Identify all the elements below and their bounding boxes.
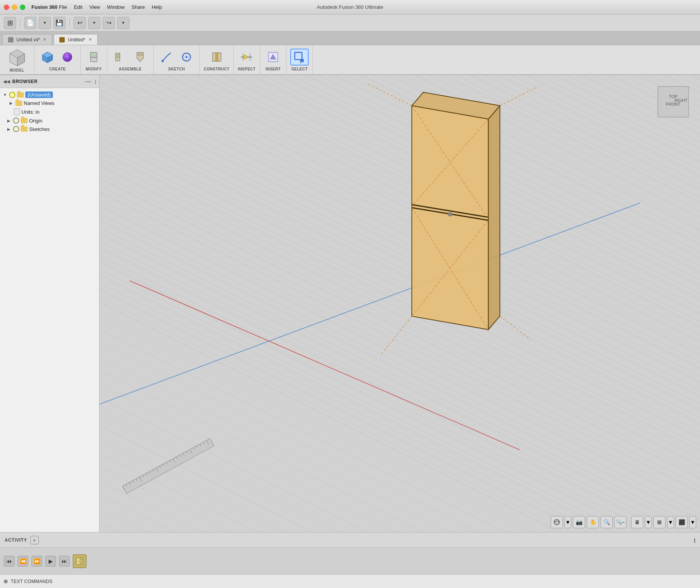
sketch-label: SKETCH bbox=[168, 67, 185, 71]
tree-expander-sketches[interactable]: ▶ bbox=[6, 126, 11, 132]
tab-label: Untitled v4* bbox=[16, 37, 40, 42]
tree-item-sketches[interactable]: ▶ Sketches bbox=[0, 125, 99, 133]
timeline-end-button[interactable]: ⏭ bbox=[59, 556, 70, 567]
grid-view-button[interactable]: ⊞ bbox=[4, 17, 16, 29]
browser-panel: ◀◀ BROWSER — | ▼ (Unsaved) ▶ Named Views bbox=[0, 75, 100, 532]
assemble-label: ASSEMBLE bbox=[119, 67, 142, 71]
tree-expander-unsaved[interactable]: ▼ bbox=[2, 92, 8, 98]
tab-label2: Untitled* bbox=[68, 37, 85, 42]
display-dropdown[interactable]: ▼ bbox=[645, 516, 652, 528]
assemble-button2[interactable] bbox=[131, 49, 149, 65]
modify-label: MODIFY bbox=[86, 67, 102, 71]
visibility-icon-origin[interactable] bbox=[13, 118, 19, 124]
menu-share[interactable]: Share bbox=[131, 4, 145, 10]
quick-access-toolbar: ⊞ 📄 ▼ 💾 ↩ ▼ ↪ ▼ bbox=[0, 15, 700, 31]
new-file-button[interactable]: 📄 bbox=[24, 17, 36, 29]
svg-rect-11 bbox=[91, 52, 97, 57]
tree-item-named-views[interactable]: ▶ Named Views bbox=[0, 99, 99, 107]
viewport-controls: ▼ 📷 ✋ 🔍 🔍– 🖥 ▼ ⊞ ▼ ⬛ ▼ bbox=[551, 516, 696, 528]
timeline-start-button[interactable]: ⏮ bbox=[4, 556, 15, 567]
model-button[interactable] bbox=[8, 47, 27, 67]
tab-doc-icon2 bbox=[59, 37, 65, 42]
svg-rect-25 bbox=[244, 55, 247, 59]
zoom-in-button[interactable]: 🔍 bbox=[600, 516, 613, 528]
svg-rect-32 bbox=[77, 559, 79, 561]
tree-expander-origin[interactable]: ▶ bbox=[6, 118, 11, 123]
undo-button[interactable]: ↩ bbox=[74, 17, 86, 29]
save-icon: 💾 bbox=[56, 19, 63, 26]
view-dropdown[interactable]: ▼ bbox=[689, 516, 696, 528]
menu-help[interactable]: Help bbox=[152, 4, 162, 10]
tree-label-origin: Origin bbox=[29, 118, 43, 124]
inspect-button[interactable] bbox=[237, 49, 256, 65]
redo-button[interactable]: ↪ bbox=[103, 17, 115, 29]
orbit-dropdown[interactable]: ▼ bbox=[564, 516, 571, 528]
timeline-history-item[interactable] bbox=[73, 554, 87, 568]
model-label: MODEL bbox=[10, 68, 25, 72]
tab-untitled[interactable]: Untitled* ✕ bbox=[54, 34, 97, 45]
assemble-button1[interactable] bbox=[111, 49, 129, 65]
camera-button[interactable]: 📷 bbox=[573, 516, 585, 528]
view-cube-button[interactable]: ⬛ bbox=[675, 516, 688, 528]
create-box-button[interactable] bbox=[38, 49, 57, 65]
dropdown-icon2: ▼ bbox=[121, 21, 125, 25]
tree-item-unsaved[interactable]: ▼ (Unsaved) bbox=[0, 90, 99, 99]
menu-edit[interactable]: Edit bbox=[74, 4, 82, 10]
activity-label: ACTIVITY bbox=[5, 537, 27, 543]
tree-item-units[interactable]: Units: in bbox=[0, 107, 99, 116]
tab-close-button[interactable]: ✕ bbox=[43, 38, 46, 42]
close-button[interactable] bbox=[4, 5, 9, 10]
activity-resize-handle[interactable]: | bbox=[694, 537, 695, 543]
sketch-line-button[interactable] bbox=[157, 49, 176, 65]
visibility-icon-sketches[interactable] bbox=[13, 126, 19, 132]
tab-untitled-v4[interactable]: Untitled v4* ✕ bbox=[2, 34, 52, 45]
timeline-prev-button[interactable]: ⏪ bbox=[18, 556, 28, 567]
pan-button[interactable]: ✋ bbox=[587, 516, 599, 528]
display-mode-button[interactable]: 🖥 bbox=[631, 516, 643, 528]
undo-dropdown[interactable]: ▼ bbox=[88, 17, 100, 29]
redo-dropdown[interactable]: ▼ bbox=[117, 17, 129, 29]
undo-icon: ↩ bbox=[77, 19, 82, 26]
browser-resize-handle[interactable]: | bbox=[95, 79, 96, 84]
svg-rect-33 bbox=[77, 562, 79, 564]
command-toolbar: MODEL bbox=[0, 45, 700, 75]
app-name: Fusion 360 bbox=[31, 4, 57, 10]
browser-collapse-button[interactable]: — bbox=[85, 78, 91, 85]
select-label: SELECT bbox=[291, 67, 307, 71]
insert-label: INSERT bbox=[265, 67, 281, 71]
menu-view[interactable]: View bbox=[89, 4, 100, 10]
grid-dropdown[interactable]: ▼ bbox=[667, 516, 674, 528]
minimize-button[interactable] bbox=[12, 5, 17, 10]
browser-title: BROWSER bbox=[12, 79, 83, 84]
create-sphere-button[interactable] bbox=[58, 49, 77, 65]
menu-file[interactable]: File bbox=[59, 4, 67, 10]
visibility-icon-unsaved[interactable] bbox=[9, 92, 15, 98]
svg-rect-28 bbox=[295, 52, 302, 59]
construct-label: CONSTRUCT bbox=[204, 67, 229, 71]
open-file-button[interactable]: ▼ bbox=[39, 17, 51, 29]
tab-close-button2[interactable]: ✕ bbox=[88, 38, 92, 42]
select-button[interactable] bbox=[290, 49, 309, 65]
timeline-forward-button[interactable]: ⏩ bbox=[31, 556, 42, 567]
tree-item-origin[interactable]: ▶ Origin bbox=[0, 116, 99, 125]
tree-expander-named-views[interactable]: ▶ bbox=[8, 101, 14, 106]
timeline-play-button[interactable]: ▶ bbox=[45, 556, 56, 567]
modify-button[interactable] bbox=[85, 49, 103, 65]
browser-back-button[interactable]: ◀◀ bbox=[3, 79, 10, 84]
viewport[interactable]: ▼ 📷 ✋ 🔍 🔍– 🖥 ▼ ⊞ ▼ ⬛ ▼ bbox=[100, 75, 700, 532]
activity-add-button[interactable]: + bbox=[30, 536, 39, 544]
menu-window[interactable]: Window bbox=[107, 4, 124, 10]
maximize-button[interactable] bbox=[20, 5, 25, 10]
sketch-circle-button[interactable] bbox=[177, 49, 196, 65]
svg-rect-14 bbox=[116, 53, 120, 57]
save-button[interactable]: 💾 bbox=[53, 17, 65, 29]
inspect-label: INSPECT bbox=[238, 67, 256, 71]
construct-button[interactable] bbox=[208, 49, 226, 65]
grid-toggle-button[interactable]: ⊞ bbox=[653, 516, 666, 528]
folder-icon-sketches bbox=[21, 126, 28, 132]
insert-button[interactable] bbox=[264, 49, 282, 65]
dropdown-icon: ▼ bbox=[92, 21, 96, 25]
zoom-out-button[interactable]: 🔍– bbox=[614, 516, 626, 528]
orbit-button[interactable] bbox=[551, 516, 563, 528]
browser-tree: ▼ (Unsaved) ▶ Named Views Units: in ▶ bbox=[0, 88, 99, 532]
